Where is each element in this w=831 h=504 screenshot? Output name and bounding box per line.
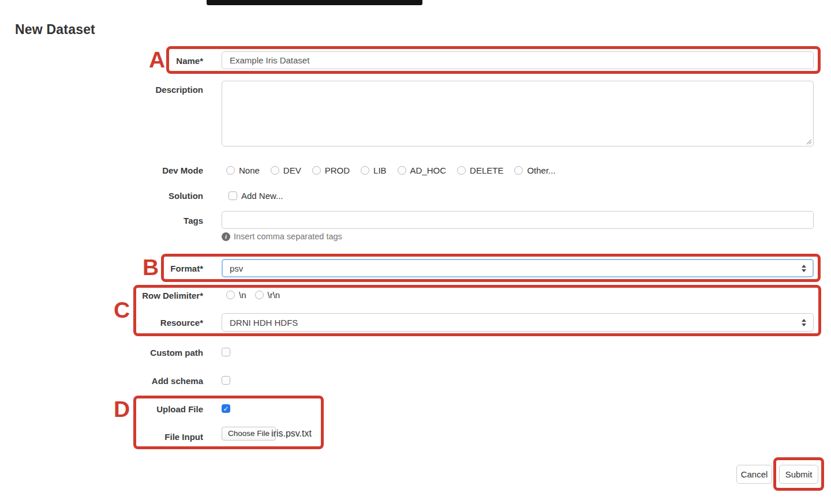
annotation-letter-c: C	[114, 299, 130, 321]
annotation-letter-b: B	[143, 256, 159, 279]
select-caret-icon	[802, 319, 806, 326]
file-input-label: File Input	[92, 432, 203, 442]
upload-file-label: Upload File	[92, 404, 203, 414]
resource-label: Resource*	[92, 318, 203, 328]
dev-mode-option-lib[interactable]: LIB	[361, 166, 387, 175]
solution-label: Solution	[92, 191, 203, 201]
custom-path-checkbox[interactable]	[222, 348, 230, 356]
info-icon: i	[222, 232, 230, 241]
radio-icon[interactable]	[457, 166, 466, 175]
radio-icon[interactable]	[226, 166, 235, 175]
checkbox-icon[interactable]	[229, 191, 237, 200]
radio-icon[interactable]	[271, 166, 279, 175]
page-title: New Dataset	[15, 22, 95, 37]
row-delimiter-label: Row Delimiter*	[92, 291, 203, 300]
dev-mode-label: Dev Mode	[92, 166, 203, 175]
row-delimiter-option-rn[interactable]: \r\n	[255, 290, 280, 300]
row-delimiter-options: \n \r\n	[226, 290, 280, 300]
format-select-value: psv	[230, 264, 243, 273]
tags-hint-text: Insert comma separated tags	[234, 232, 342, 241]
name-input[interactable]: Example Iris Dataset	[222, 51, 814, 69]
dev-mode-option-none[interactable]: None	[226, 166, 260, 175]
resource-select-value: DRNI HDH HDFS	[230, 318, 298, 328]
annotation-letter-d: D	[114, 398, 130, 420]
solution-options: Add New...	[229, 191, 283, 201]
submit-button[interactable]: Submit	[779, 465, 818, 484]
radio-icon[interactable]	[312, 166, 321, 175]
cancel-button[interactable]: Cancel	[736, 465, 772, 484]
add-schema-checkbox[interactable]	[222, 376, 230, 385]
tags-input[interactable]	[222, 211, 814, 229]
description-label: Description	[92, 85, 203, 95]
radio-icon[interactable]	[255, 291, 264, 299]
new-dataset-form-page: New Dataset Name* Example Iris Dataset D…	[0, 0, 831, 504]
dev-mode-option-dev[interactable]: DEV	[271, 166, 301, 175]
annotation-letter-a: A	[149, 48, 165, 71]
custom-path-options	[222, 348, 230, 356]
tags-hint: i Insert comma separated tags	[222, 232, 342, 241]
radio-icon[interactable]	[514, 166, 523, 175]
resize-handle-icon[interactable]	[806, 138, 812, 145]
radio-icon[interactable]	[398, 166, 406, 175]
dev-mode-option-other[interactable]: Other...	[514, 166, 555, 175]
row-delimiter-option-n[interactable]: \n	[226, 290, 246, 300]
name-label: Name*	[92, 56, 203, 66]
upload-file-options	[222, 404, 230, 413]
solution-add-new-option[interactable]: Add New...	[229, 191, 283, 201]
add-schema-options	[222, 376, 230, 385]
select-caret-icon	[802, 265, 806, 272]
dev-mode-options: None DEV PROD LIB AD_HOC DELETE Other...	[226, 166, 556, 175]
choose-file-button[interactable]: Choose File	[222, 427, 276, 441]
radio-icon[interactable]	[361, 166, 369, 175]
custom-path-label: Custom path	[92, 348, 203, 358]
dev-mode-option-ad-hoc[interactable]: AD_HOC	[398, 166, 447, 175]
tags-label: Tags	[92, 216, 203, 225]
add-schema-label: Add schema	[92, 376, 203, 386]
description-textarea[interactable]	[222, 81, 814, 146]
format-select[interactable]: psv	[222, 259, 814, 277]
dev-mode-option-prod[interactable]: PROD	[312, 166, 350, 175]
top-window-bar	[207, 0, 422, 5]
dev-mode-option-delete[interactable]: DELETE	[457, 166, 503, 175]
resource-select[interactable]: DRNI HDH HDFS	[222, 313, 814, 332]
upload-file-checkbox[interactable]	[222, 404, 230, 413]
file-name-text: iris.psv.txt	[271, 427, 312, 441]
radio-icon[interactable]	[226, 291, 235, 299]
